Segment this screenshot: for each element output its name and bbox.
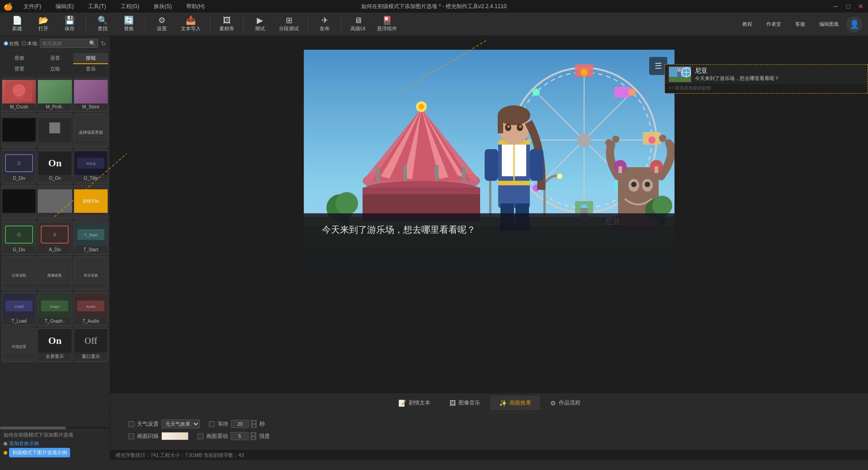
open-button[interactable]: 📂 打开 <box>32 14 55 34</box>
asset-o-title[interactable]: TITLE O_Title <box>74 149 108 183</box>
local-radio[interactable]: 本地 <box>22 40 37 47</box>
shake-spin-down[interactable]: ▼ <box>250 436 256 440</box>
asset-scrollbar[interactable] <box>0 427 110 429</box>
tab-screen-effect[interactable]: ✨ 画面效果 <box>490 395 540 410</box>
shake-checkbox[interactable] <box>198 433 203 439</box>
asset-label-crush: M_Crush <box>2 103 36 110</box>
save-button[interactable]: 💾 保存 <box>58 14 81 34</box>
preview-dialogue-text: 今天来到了游乐场，想去哪里看看呢？ <box>695 75 779 82</box>
publish-button[interactable]: ✈ 发布 <box>313 14 336 34</box>
asset-off-window: Off <box>74 329 108 352</box>
wait-spin-down[interactable]: ▼ <box>251 424 257 428</box>
menu-swap[interactable]: 换块(S) <box>150 2 175 11</box>
wait-input[interactable] <box>231 420 249 428</box>
tab-button[interactable]: 按钮 <box>73 53 108 64</box>
link1-text[interactable]: 添加音效示例 <box>9 440 39 447</box>
asset-dark-1[interactable] <box>2 113 36 148</box>
asset-window[interactable]: Off 窗口显示 <box>74 328 108 362</box>
window-title: 如何在初级模式下添加图片选项 * - 橙光制作工具v2.2.4.1110 <box>361 3 506 10</box>
search-icon: 🔍 <box>98 16 108 24</box>
split-test-button[interactable]: ⊞ 分段测试 <box>274 14 303 34</box>
svg-point-74 <box>612 136 619 143</box>
asset-row-6: 记录读取 图像效集 音乐音效 <box>2 256 108 291</box>
assets-button[interactable]: 🖼 素材库 <box>215 14 239 34</box>
asset-gray-1[interactable] <box>38 113 72 148</box>
tab-story-text[interactable]: 📝 剧情文本 <box>389 395 439 410</box>
menu-tools[interactable]: 工具(T) <box>85 2 109 11</box>
search-button[interactable]: 🔍 查找 <box>91 14 114 34</box>
asset-tabs-row1: 音效 语音 按钮 <box>0 51 110 64</box>
minimize-button[interactable]: ─ <box>832 3 839 10</box>
weather-select[interactable]: 无天气效果 <box>161 419 200 428</box>
tab-music[interactable]: 音乐 <box>73 64 108 74</box>
user-avatar[interactable]: 👤 <box>846 16 863 33</box>
close-button[interactable]: ✕ <box>857 3 864 10</box>
preview-add-hint[interactable]: >> 双击添加新的剧情 <box>665 84 868 93</box>
asset-env[interactable]: 环境设置 <box>2 328 36 362</box>
menu-edit[interactable]: 编辑(E) <box>52 2 77 11</box>
asset-scrollbar-thumb[interactable] <box>0 427 66 429</box>
tab-image-music[interactable]: 🖼 图像音乐 <box>440 395 489 410</box>
asset-d-div[interactable]: D D_Div <box>2 149 36 183</box>
menu-help[interactable]: 帮助(H) <box>183 2 208 11</box>
asset-t-load[interactable]: Load T_Load <box>2 292 36 326</box>
tutorial-button[interactable]: 教程 <box>736 19 759 29</box>
settings-button[interactable]: ⚙ 设置 <box>150 14 174 34</box>
tab-work-flow[interactable]: ⚙ 作品流程 <box>541 395 590 410</box>
wait-spin-up[interactable]: ▲ <box>251 420 257 424</box>
asset-m-store[interactable]: M_Store <box>74 78 108 112</box>
search-input[interactable] <box>42 41 89 46</box>
weather-checkbox[interactable] <box>128 421 134 427</box>
svg-point-24 <box>677 68 681 72</box>
asset-t-audio[interactable]: Audio T_Audio <box>74 292 108 326</box>
tab-sound-effect[interactable]: 音效 <box>2 53 37 64</box>
asset-scene[interactable]: 选择场景界面 <box>74 113 108 148</box>
search-submit-icon[interactable]: 🔍 <box>89 40 96 47</box>
asset-g-div[interactable]: G G_Div <box>2 221 36 255</box>
new-button[interactable]: 📄 新建 <box>5 14 29 34</box>
asset-label-record <box>2 284 36 286</box>
flash-checkbox[interactable] <box>128 433 134 439</box>
asset-o-on[interactable]: On O_On <box>38 149 72 183</box>
wait-checkbox[interactable] <box>209 421 215 427</box>
maximize-button[interactable]: □ <box>844 3 852 10</box>
asset-audio[interactable]: 音乐音效 <box>74 256 108 291</box>
test-button[interactable]: ▶ 测试 <box>248 14 272 34</box>
online-radio[interactable]: 在线 <box>4 40 19 47</box>
replace-button[interactable]: 🔄 替换 <box>117 14 141 34</box>
settings-icon: ⚙ <box>158 16 165 24</box>
flash-color-picker[interactable] <box>161 432 189 440</box>
asset-imgset[interactable]: 图像效集 <box>38 256 72 291</box>
author-button[interactable]: 作者堂 <box>762 19 786 29</box>
asset-m-profi[interactable]: M_Profi.. <box>38 78 72 112</box>
import-button[interactable]: 📥 文本导入 <box>176 14 205 34</box>
link2-button[interactable]: 初级模式下图片选项示例 <box>9 448 70 457</box>
advanced-ui-button[interactable]: 🖥 高级UI <box>346 14 370 34</box>
search-input-wrap[interactable]: 🔍 <box>40 39 98 48</box>
tab-portrait[interactable]: 立绘 <box>38 64 72 74</box>
tab-background[interactable]: 背景 <box>2 64 37 74</box>
asset-a-div[interactable]: A A_Div <box>38 221 72 255</box>
toolbar-separator-4 <box>243 16 244 33</box>
asset-story-start[interactable]: 剧情开始 <box>74 185 108 219</box>
fans-button[interactable]: 客服 <box>788 19 812 29</box>
asset-t-graph[interactable]: Graph T_Graph.. <box>38 292 72 326</box>
shake-spin-up[interactable]: ▲ <box>250 432 256 436</box>
asset-preview-ddiv: D <box>2 151 36 175</box>
menu-project[interactable]: 工程(G) <box>117 2 143 11</box>
refresh-icon[interactable]: ↻ <box>101 40 106 47</box>
asset-btn-gray[interactable] <box>38 185 72 219</box>
float-component-button[interactable]: 🎴 悬浮组件 <box>373 14 401 34</box>
asset-t-start[interactable]: T_Start T_Start <box>74 221 108 255</box>
shake-input[interactable] <box>231 432 249 440</box>
asset-btn-dark[interactable] <box>2 185 36 219</box>
asset-record[interactable]: 记录读取 <box>2 256 36 291</box>
asset-preview-gray1 <box>38 118 71 141</box>
asset-preview-tstart: T_Start <box>74 223 108 246</box>
tab-voice[interactable]: 语音 <box>38 53 72 64</box>
canvas-area: 尼亚 今天来到了游乐场，想去哪里看看呢？ >> 双击添加新的剧情 <box>110 36 868 460</box>
menu-file[interactable]: 文件(F) <box>20 2 45 11</box>
asset-m-crush[interactable]: M_Crush <box>2 78 36 112</box>
edit-atlas-button[interactable]: 编辑图集 <box>815 19 844 29</box>
asset-fullscreen[interactable]: On 全屏显示 <box>38 328 72 362</box>
